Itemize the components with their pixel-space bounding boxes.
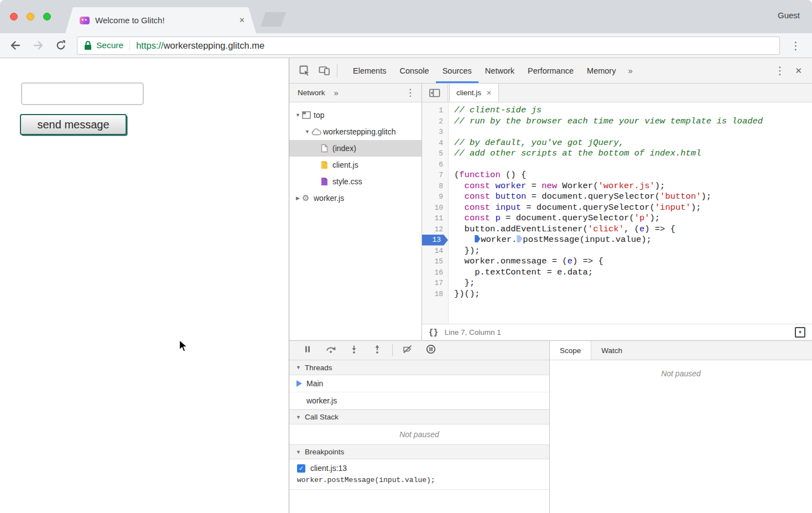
back-button[interactable] [8,38,23,53]
tree-item-index[interactable]: (index) [289,140,421,157]
code-line[interactable] [454,159,812,170]
code-line[interactable]: // by default, you've got jQuery, [454,138,812,149]
code-line[interactable]: const button = document.querySelector('b… [454,191,812,203]
gutter-line-number[interactable]: 11 [422,213,448,224]
code-line[interactable]: // client-side js [454,105,812,116]
editor-tab-close-icon[interactable]: ✕ [486,89,492,97]
devtools-tab-elements[interactable]: Elements [346,58,393,83]
code-line[interactable]: // add other scripts at the bottom of in… [454,148,812,159]
message-input[interactable] [21,82,144,105]
gutter-line-number[interactable]: 6 [422,159,448,170]
new-tab-button[interactable] [261,12,286,27]
format-code-button[interactable]: {} [429,328,438,337]
breakpoints-section-header[interactable]: ▼ Breakpoints [289,444,549,459]
code-line[interactable]: const p = document.querySelector('p'); [454,213,812,224]
breakpoint-location[interactable]: client.js:13 [310,464,347,473]
tree-item-style-css[interactable]: style.css [289,173,421,190]
pause-on-exceptions-button[interactable] [419,343,443,358]
threads-section-header[interactable]: ▼ Threads [289,360,549,375]
code-line[interactable]: }; [454,278,812,289]
pause-button[interactable] [296,343,319,358]
code-line[interactable]: }); [454,246,812,257]
call-stack-section-header[interactable]: ▼ Call Stack [289,410,549,424]
boxed-down-arrow-icon[interactable]: ▼ [795,327,805,338]
gutter-line-number[interactable]: 4 [422,138,448,149]
triangle-right-icon[interactable]: ▶ [294,195,302,201]
forward-button[interactable] [30,38,46,53]
more-panels-button[interactable]: » [622,66,638,75]
address-bar[interactable]: Secure https://workerstepping.glitch.me [77,37,780,55]
deactivate-breakpoints-button[interactable] [396,343,419,358]
devtools-tab-memory[interactable]: Memory [580,58,622,83]
inline-breakpoint-candidate-icon[interactable] [517,235,522,242]
triangle-down-icon[interactable]: ▼ [294,112,302,118]
gutter-line-number[interactable]: 16 [422,267,448,278]
window-close-button[interactable] [10,13,18,20]
gutter-line-number[interactable]: 1 [422,105,448,116]
code-line[interactable]: (function () { [454,170,812,181]
gutter-line-number[interactable]: 3 [422,127,448,138]
code-line[interactable]: worker.postMessage(input.value); [454,235,812,246]
devtools-tab-performance[interactable]: Performance [521,58,580,83]
tree-item-label: worker.js [314,194,344,203]
gutter-line-number[interactable]: 15 [422,256,448,267]
source-editor: client.js ✕ 123456789101112131415161718 … [422,84,812,340]
gutter-line-number[interactable]: 18 [422,289,448,300]
gutter-line-number[interactable]: 2 [422,116,448,127]
tree-item-workerstepping-glitch[interactable]: ▼workerstepping.glitch [289,123,421,140]
code-line[interactable]: })(); [454,289,812,300]
code-line[interactable]: button.addEventListener('click', (e) => … [454,224,812,235]
tree-item-worker-js[interactable]: ▶⚙worker.js [289,190,421,206]
triangle-down-icon[interactable]: ▼ [303,129,311,134]
sources-top-split: Network » ⋮ ▼top▼workerstepping.glitch(i… [289,84,812,340]
code-line[interactable]: // run by the browser each time your vie… [454,116,812,127]
step-over-button[interactable] [319,343,342,358]
window-zoom-button[interactable] [43,13,51,20]
collapse-sidebar-button[interactable] [422,84,448,102]
thread-item-main[interactable]: Main [289,375,549,392]
browser-menu-icon[interactable]: ⋮ [787,39,804,52]
code-lines[interactable]: // client-side js// run by the browser e… [449,102,812,324]
browser-tab[interactable]: Welcome to Glitch! ✕ [65,7,256,33]
code-line[interactable] [454,127,812,138]
sidebar-more-tabs-button[interactable]: » [334,88,339,97]
secure-lock-icon [84,40,92,50]
devtools-tab-sources[interactable]: Sources [436,58,478,83]
gutter-line-number[interactable]: 10 [422,203,448,214]
gutter-line-number[interactable]: 8 [422,181,448,192]
gutter-line-number[interactable]: 14 [422,246,448,257]
gutter-line-number[interactable]: 7 [422,170,448,181]
tab-scope[interactable]: Scope [550,341,591,360]
devtools-tab-console[interactable]: Console [393,58,435,83]
devtools-menu-icon[interactable]: ⋮ [774,64,785,77]
tab-close-icon[interactable]: ✕ [239,16,245,24]
devtools-close-icon[interactable]: ✕ [795,66,802,76]
device-toolbar-button[interactable] [315,63,335,79]
window-minimize-button[interactable] [27,13,34,20]
gutter-line-number[interactable]: 5 [422,148,448,159]
code-line[interactable]: worker.onmessage = (e) => { [454,256,812,267]
editor-tab-client-js[interactable]: client.js ✕ [449,84,499,102]
tree-item-top[interactable]: ▼top [289,107,421,123]
breakpoint-gutter-marker[interactable]: 13 [422,235,448,246]
inline-breakpoint-active-icon[interactable] [475,235,480,242]
thread-item-worker-js[interactable]: worker.js [289,392,549,410]
gutter-line-number[interactable]: 17 [422,278,448,289]
gutter-line-number[interactable]: 9 [422,191,448,203]
code-line[interactable]: const worker = new Worker('worker.js'); [454,181,812,192]
tab-watch[interactable]: Watch [591,341,632,360]
gutter-line-number[interactable]: 12 [422,224,448,235]
sidebar-menu-icon[interactable]: ⋮ [405,87,415,99]
url-scheme: https:// [136,40,164,50]
tree-item-client-js[interactable]: client.js [289,157,421,173]
send-message-button[interactable]: send message [20,114,127,135]
devtools-tab-network[interactable]: Network [478,58,521,83]
step-into-button[interactable] [342,343,366,358]
step-out-button[interactable] [366,343,389,358]
breakpoint-checkbox[interactable]: ✓ [297,464,305,473]
code-line[interactable]: const input = document.querySelector('in… [454,203,812,214]
code-line[interactable]: p.textContent = e.data; [454,267,812,278]
inspect-element-button[interactable] [295,63,315,79]
sidebar-tab-network[interactable]: Network [298,89,325,97]
reload-button[interactable] [53,38,69,53]
